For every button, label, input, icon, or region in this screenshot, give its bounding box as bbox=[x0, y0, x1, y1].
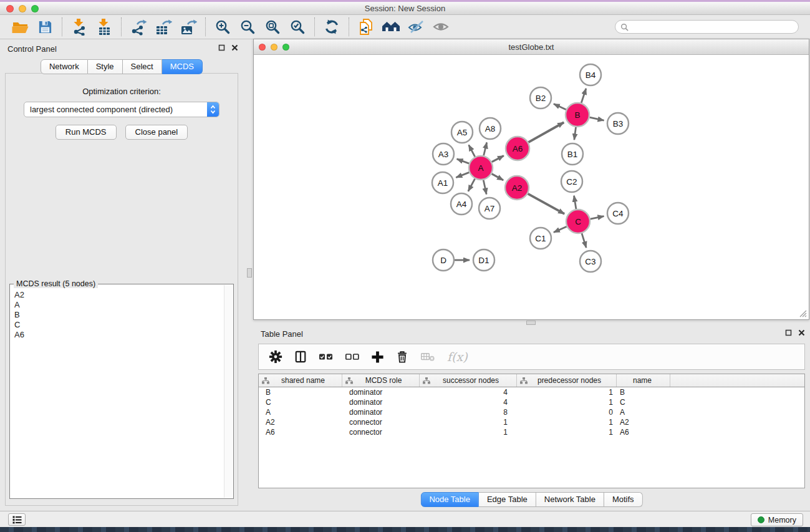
network-window-titlebar[interactable]: testGlobe.txt bbox=[254, 39, 809, 55]
hide-graphics-details-button[interactable] bbox=[403, 16, 428, 37]
network-graph[interactable]: B4B2BB3A5A8A6A3AB1A1C2A2A4A7C4CC1C3DD1 bbox=[254, 56, 809, 320]
graph-edge-A6-B[interactable] bbox=[528, 122, 564, 142]
run-mcds-button[interactable]: Run MCDS bbox=[55, 125, 117, 140]
tab-edge-table[interactable]: Edge Table bbox=[479, 492, 536, 507]
show-graphics-details-button[interactable] bbox=[428, 16, 453, 37]
column-header-successor-nodes[interactable]: successor nodes bbox=[420, 374, 517, 387]
deselect-all-button[interactable] bbox=[345, 352, 359, 361]
tab-style[interactable]: Style bbox=[88, 59, 123, 74]
network-canvas[interactable]: B4B2BB3A5A8A6A3AB1A1C2A2A4A7C4CC1C3DD1 bbox=[254, 56, 808, 319]
graph-edge-B-B1[interactable] bbox=[574, 127, 576, 140]
memory-button[interactable]: Memory bbox=[751, 513, 803, 526]
search-input[interactable] bbox=[632, 22, 793, 31]
window-resize-grip[interactable] bbox=[799, 309, 807, 317]
zoom-fit-button[interactable] bbox=[260, 16, 285, 37]
column-header-filler bbox=[670, 374, 804, 387]
import-network-button[interactable] bbox=[67, 16, 92, 37]
graph-edge-A-A4[interactable] bbox=[468, 179, 475, 191]
graph-node-label: A6 bbox=[513, 144, 523, 153]
app-titlebar: Session: New Session bbox=[0, 2, 810, 15]
column-header-mcds-role[interactable]: MCDS role bbox=[342, 374, 420, 387]
function-builder-button[interactable]: f(x) bbox=[447, 350, 468, 364]
graph-edge-A-A1[interactable] bbox=[456, 172, 469, 177]
toolbar-separator bbox=[121, 17, 122, 36]
refresh-layout-button[interactable] bbox=[319, 16, 344, 37]
graph-node-label: B4 bbox=[586, 70, 596, 80]
open-session-button[interactable] bbox=[7, 16, 32, 37]
tab-node-table[interactable]: Node Table bbox=[420, 492, 479, 507]
close-panel-icon[interactable] bbox=[231, 44, 238, 51]
zoom-fit-icon bbox=[264, 19, 281, 36]
zoom-selected-button[interactable] bbox=[285, 16, 310, 37]
export-table-icon bbox=[155, 19, 172, 36]
close-panel-icon[interactable] bbox=[798, 329, 805, 336]
tab-network[interactable]: Network bbox=[41, 59, 88, 74]
select-all-button[interactable] bbox=[319, 352, 333, 361]
delete-row-button[interactable] bbox=[396, 350, 408, 364]
column-header-predecessor-nodes[interactable]: predecessor nodes bbox=[517, 374, 617, 387]
list-item[interactable]: C bbox=[14, 320, 220, 330]
list-item[interactable]: A6 bbox=[14, 330, 220, 340]
toggle-column-button[interactable] bbox=[294, 350, 307, 364]
graph-edge-A-A7[interactable] bbox=[483, 180, 486, 195]
delete-table-button[interactable] bbox=[420, 352, 435, 362]
graph-edge-A-A6[interactable] bbox=[492, 156, 504, 162]
zoom-in-button[interactable] bbox=[210, 16, 235, 37]
clone-network-button[interactable] bbox=[354, 16, 378, 37]
table-toolbar: f(x) bbox=[258, 344, 805, 370]
refresh-icon bbox=[324, 19, 340, 35]
zoom-out-button[interactable] bbox=[235, 16, 260, 37]
close-panel-button[interactable]: Close panel bbox=[125, 125, 188, 140]
search-field[interactable] bbox=[615, 20, 799, 34]
memory-label: Memory bbox=[768, 516, 796, 525]
column-header-shared-name[interactable]: shared name bbox=[259, 374, 342, 387]
table-row[interactable]: B dominator 4 1 B bbox=[259, 387, 804, 397]
graph-edge-C-C3[interactable] bbox=[582, 233, 586, 248]
graph-edge-A-A3[interactable] bbox=[457, 159, 470, 163]
optimization-criterion-select[interactable]: largest connected component (directed) bbox=[24, 102, 219, 117]
eye-slash-icon bbox=[408, 19, 424, 34]
result-scrollbar[interactable] bbox=[224, 285, 233, 498]
table-settings-button[interactable] bbox=[269, 350, 282, 364]
tab-mcds[interactable]: MCDS bbox=[162, 59, 203, 74]
add-row-button[interactable] bbox=[371, 351, 384, 364]
export-image-button[interactable] bbox=[176, 16, 201, 37]
graph-edge-A-A2[interactable] bbox=[492, 174, 504, 180]
graph-edge-A-A5[interactable] bbox=[469, 145, 475, 157]
dropdown-stepper bbox=[207, 102, 219, 117]
column-header-name[interactable]: name bbox=[617, 374, 670, 387]
graph-edge-C-C4[interactable] bbox=[591, 216, 604, 219]
graph-edge-C-C2[interactable] bbox=[574, 196, 576, 210]
task-history-button[interactable] bbox=[8, 513, 26, 526]
tree-icon bbox=[520, 377, 528, 384]
export-table-button[interactable] bbox=[151, 16, 176, 37]
tab-select[interactable]: Select bbox=[123, 59, 162, 74]
export-network-button[interactable] bbox=[126, 16, 151, 37]
list-item[interactable]: A bbox=[14, 300, 220, 310]
vertical-splitter-handle[interactable] bbox=[247, 268, 252, 278]
table-row[interactable]: A2 connector 1 1 A2 bbox=[259, 417, 804, 427]
table-row[interactable]: A6 connector 1 1 A6 bbox=[259, 427, 804, 437]
graph-edge-B-B2[interactable] bbox=[554, 104, 566, 110]
float-panel-icon[interactable] bbox=[218, 44, 225, 51]
control-panel: Control Panel Network Style Select MCDS … bbox=[0, 39, 243, 511]
graph-edge-B-B3[interactable] bbox=[590, 117, 604, 120]
graph-edge-C-C1[interactable] bbox=[554, 226, 567, 232]
import-table-button[interactable] bbox=[92, 16, 117, 37]
float-panel-icon[interactable] bbox=[785, 329, 792, 336]
table-row[interactable]: A dominator 8 0 A bbox=[259, 407, 804, 417]
save-session-button[interactable] bbox=[32, 16, 57, 37]
graph-edge-A2-C[interactable] bbox=[528, 194, 565, 214]
tab-network-table[interactable]: Network Table bbox=[536, 492, 604, 507]
tree-icon bbox=[262, 377, 269, 384]
list-item[interactable]: B bbox=[14, 310, 220, 320]
tab-motifs[interactable]: Motifs bbox=[604, 492, 643, 507]
graph-edge-B-B4[interactable] bbox=[581, 89, 586, 103]
table-row[interactable]: C dominator 4 1 C bbox=[259, 397, 804, 407]
network-view-window: testGlobe.txt B4B2BB3A5A8A6A3AB1A1C2A2A4… bbox=[253, 39, 809, 320]
graph-edge-A-A8[interactable] bbox=[484, 142, 487, 155]
import-network-icon bbox=[71, 18, 88, 36]
network-overview-button[interactable] bbox=[378, 16, 403, 37]
tree-icon bbox=[423, 377, 430, 384]
list-item[interactable]: A2 bbox=[14, 290, 220, 300]
